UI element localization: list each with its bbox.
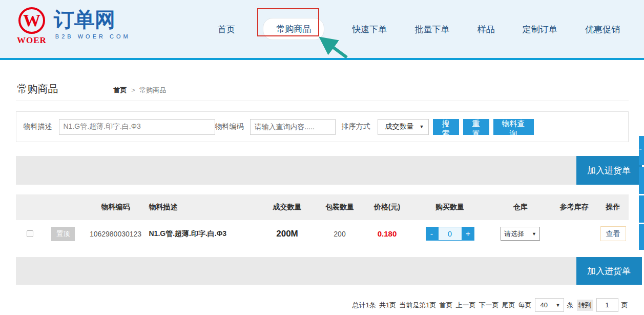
pagination: 总计1条 共1页 当前是第1页 首页 上一页 下一页 尾页 每页 40 ▼ 条 …	[16, 298, 629, 312]
logo[interactable]: W WOER 订单网 B2B WOER COM	[17, 7, 131, 46]
filter-bar: 物料描述 物料编码 排序方式 成交数量 ▼ 搜索 重置 物料查询	[16, 111, 629, 142]
search-button[interactable]: 搜索	[433, 119, 459, 135]
nav-item-custom-order[interactable]: 定制订单	[523, 23, 557, 35]
table-header-row: 物料编码 物料描述 成交数量 包装数量 价格(元) 购买数量 仓库 参考库存 操…	[16, 194, 629, 220]
table-row: 置顶 1062980030123 N1.G管.超薄.印字.白.Φ3 200M 2…	[16, 220, 629, 247]
per-page-unit: 条	[567, 301, 574, 310]
sort-select[interactable]: 成交数量 ▼	[378, 119, 429, 135]
pagination-total: 总计1条	[352, 301, 376, 310]
view-button[interactable]: 查看	[600, 226, 626, 241]
cell-deal-qty: 200M	[259, 229, 316, 239]
goto-page-input[interactable]	[596, 298, 618, 312]
header-price: 价格(元)	[364, 203, 410, 212]
floating-sidebar-tab[interactable]	[639, 195, 644, 223]
pagination-next[interactable]: 下一页	[479, 301, 499, 310]
sort-select-value: 成交数量	[385, 122, 414, 131]
quantity-stepper: - +	[410, 227, 490, 241]
breadcrumb-current: 常购商品	[139, 86, 166, 94]
row-checkbox[interactable]	[27, 230, 33, 237]
floating-sidebar-tab[interactable]	[639, 167, 644, 194]
pagination-pages: 共1页	[379, 301, 396, 310]
material-desc-label: 物料描述	[24, 122, 52, 131]
site-title: 订单网	[54, 7, 131, 32]
add-to-purchase-list-button-bottom[interactable]: 加入进货单	[576, 257, 642, 285]
header-pack-qty: 包装数量	[316, 203, 364, 212]
breadcrumb-home[interactable]: 首页	[114, 86, 127, 94]
main-nav: 首页 常购商品 快速下单 批量下单 样品 定制订单 优惠促销	[218, 0, 620, 58]
floating-sidebar-tab[interactable]: ≡	[639, 136, 644, 165]
chevron-down-icon: ▼	[532, 231, 536, 237]
goto-label: 转到	[577, 300, 593, 311]
add-to-purchase-list-button-top[interactable]: 加入进货单	[576, 156, 642, 185]
site-subtitle: B2B WOER COM	[55, 33, 131, 40]
material-desc-input[interactable]	[59, 119, 215, 135]
per-page-select[interactable]: 40 ▼	[535, 298, 564, 312]
pagination-prev[interactable]: 上一页	[456, 301, 476, 310]
header-deal-qty: 成交数量	[259, 203, 316, 212]
quantity-minus-button[interactable]: -	[426, 227, 438, 241]
main-content: 常购商品 首页 > 常购商品 物料描述 物料编码 排序方式 成交数量 ▼ 搜索 …	[16, 82, 629, 312]
logo-brand-text: WOER	[17, 35, 47, 46]
title-divider	[16, 101, 629, 101]
cell-price: 0.180	[364, 229, 410, 238]
top-action-bar: 加入进货单	[16, 156, 629, 185]
logo-circle-icon: W	[18, 7, 45, 34]
pagination-first[interactable]: 首页	[440, 301, 453, 310]
material-code-label: 物料编码	[215, 122, 244, 131]
header-material-desc: 物料描述	[149, 203, 259, 212]
chevron-down-icon: ▼	[556, 303, 560, 308]
reset-button[interactable]: 重置	[463, 119, 489, 135]
chevron-down-icon: ▼	[420, 124, 424, 129]
floating-sidebar-tab[interactable]	[639, 224, 644, 250]
cell-material-code: 1062980030123	[82, 230, 149, 238]
quantity-input[interactable]	[438, 227, 462, 241]
nav-item-samples[interactable]: 样品	[477, 23, 495, 35]
goto-page-unit: 页	[621, 301, 628, 310]
per-page-value: 40	[541, 301, 548, 309]
header-action: 操作	[597, 203, 629, 212]
page-title: 常购商品	[17, 82, 58, 96]
sort-mode-label: 排序方式	[342, 122, 370, 131]
pagination-current: 当前是第1页	[399, 301, 436, 310]
warehouse-select[interactable]: 请选择 ▼	[501, 227, 540, 241]
products-table: 物料编码 物料描述 成交数量 包装数量 价格(元) 购买数量 仓库 参考库存 操…	[16, 194, 629, 247]
cell-material-desc: N1.G管.超薄.印字.白.Φ3	[149, 229, 259, 239]
nav-item-quick-order[interactable]: 快速下单	[352, 23, 387, 35]
logo-symbol: W	[23, 12, 40, 29]
cell-pack-qty: 200	[316, 230, 364, 238]
nav-item-promotions[interactable]: 优惠促销	[585, 23, 620, 35]
material-query-button[interactable]: 物料查询	[493, 119, 534, 135]
bottom-action-bar: 加入进货单	[16, 257, 629, 285]
breadcrumb: 首页 > 常购商品	[114, 86, 167, 95]
quantity-plus-button[interactable]: +	[462, 227, 474, 241]
breadcrumb-separator: >	[131, 86, 135, 94]
nav-item-bulk-order[interactable]: 批量下单	[414, 23, 449, 35]
pagination-last[interactable]: 尾页	[502, 301, 515, 310]
pin-to-top-button[interactable]: 置顶	[51, 227, 75, 241]
floating-sidebar: ≡	[639, 136, 644, 251]
site-header: W WOER 订单网 B2B WOER COM 首页 常购商品 快速下单 批量下…	[0, 0, 644, 60]
nav-item-frequent-products[interactable]: 常购商品	[263, 18, 324, 40]
material-code-input[interactable]	[250, 119, 336, 135]
header-buy-qty: 购买数量	[410, 203, 490, 212]
header-material-code: 物料编码	[82, 203, 149, 212]
nav-item-home[interactable]: 首页	[218, 23, 235, 35]
warehouse-select-value: 请选择	[504, 229, 524, 239]
header-warehouse: 仓库	[490, 203, 551, 212]
header-ref-stock: 参考库存	[551, 203, 597, 212]
per-page-label: 每页	[518, 301, 532, 310]
woer-logo-icon: W WOER	[17, 7, 47, 46]
